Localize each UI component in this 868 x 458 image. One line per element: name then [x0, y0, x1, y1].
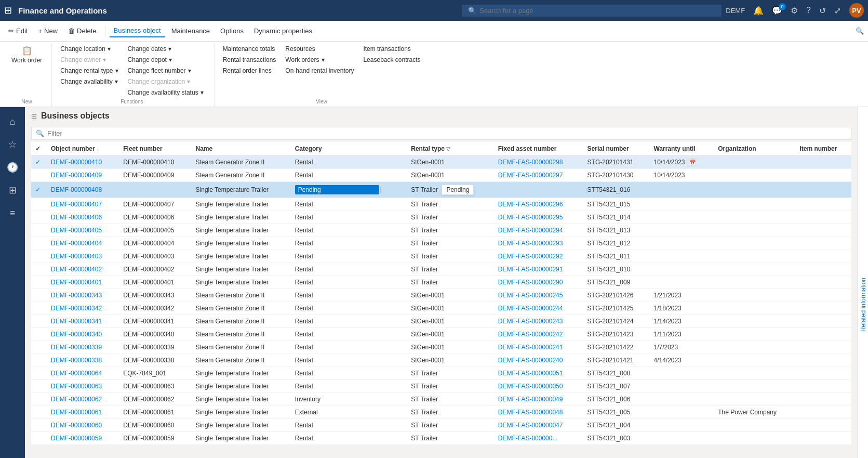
table-row[interactable]: DEMF-000000060DEMF-000000060Single Tempe… — [31, 419, 851, 432]
col-warranty[interactable]: Warranty until — [649, 142, 714, 156]
sidebar-star-icon[interactable]: ☆ — [2, 134, 23, 155]
object-number-cell[interactable]: DEMF-000000403 — [47, 250, 119, 263]
fixed-asset-cell[interactable]: DEMF-FAS-000000051 — [494, 367, 583, 380]
object-number-cell[interactable]: DEMF-000000062 — [47, 393, 119, 406]
fixed-asset-cell[interactable]: DEMF-FAS-000000293 — [494, 237, 583, 250]
ribbon-leaseback-btn[interactable]: Leaseback contracts — [359, 55, 424, 65]
row-check-cell[interactable] — [31, 328, 47, 341]
object-number-cell[interactable]: DEMF-000000342 — [47, 302, 119, 315]
object-number-cell[interactable]: DEMF-000000063 — [47, 380, 119, 393]
related-info-label[interactable]: Related information — [859, 273, 868, 336]
table-row[interactable]: ✓DEMF-000000410DEMF-000000410Steam Gener… — [31, 156, 851, 169]
fixed-asset-cell[interactable]: DEMF-FAS-000000049 — [494, 393, 583, 406]
object-number-cell[interactable]: DEMF-000000404 — [47, 237, 119, 250]
fixed-asset-cell[interactable]: DEMF-FAS-000000292 — [494, 250, 583, 263]
table-row[interactable]: DEMF-000000340DEMF-000000340Steam Genera… — [31, 328, 851, 341]
ribbon-work-order-btn[interactable]: 📋 Work order — [8, 44, 45, 66]
ribbon-rental-order-lines-btn[interactable]: Rental order lines — [219, 66, 281, 76]
col-organization[interactable]: Organization — [714, 142, 795, 156]
table-row[interactable]: DEMF-000000338DEMF-000000338Steam Genera… — [31, 354, 851, 367]
fixed-asset-cell[interactable]: DEMF-FAS-000000297 — [494, 169, 583, 182]
help-icon[interactable]: ? — [806, 6, 811, 15]
col-item-number[interactable]: Item number — [795, 142, 851, 156]
fixed-asset-cell[interactable]: DEMF-FAS-000000290 — [494, 276, 583, 289]
fixed-asset-cell[interactable]: DEMF-FAS-000000241 — [494, 341, 583, 354]
fixed-asset-cell[interactable]: DEMF-FAS-000000050 — [494, 380, 583, 393]
row-check-cell[interactable] — [31, 302, 47, 315]
col-serial-number[interactable]: Serial number — [583, 142, 650, 156]
bo-filter-icon[interactable]: ⊞ — [31, 112, 37, 120]
table-row[interactable]: DEMF-000000062DEMF-000000062Single Tempe… — [31, 393, 851, 406]
fixed-asset-cell[interactable]: DEMF-FAS-000000294 — [494, 224, 583, 237]
fixed-asset-cell[interactable]: DEMF-FAS-000000047 — [494, 419, 583, 432]
row-check-cell[interactable] — [31, 169, 47, 182]
refresh-icon[interactable]: ↺ — [819, 6, 826, 16]
object-number-cell[interactable]: DEMF-000000064 — [47, 367, 119, 380]
object-number-cell[interactable]: DEMF-000000401 — [47, 276, 119, 289]
ribbon-maintenance-totals-btn[interactable]: Maintenance totals — [219, 44, 281, 54]
toolbar-search-icon[interactable]: 🔍 — [856, 27, 864, 35]
table-row[interactable]: DEMF-000000064EQK-7849_001Single Tempera… — [31, 367, 851, 380]
table-row[interactable]: DEMF-000000407DEMF-000000407Single Tempe… — [31, 198, 851, 211]
fixed-asset-cell[interactable]: DEMF-FAS-000000048 — [494, 406, 583, 419]
ribbon-onhand-rental-btn[interactable]: On-hand rental inventory — [281, 66, 358, 76]
filter-input-wrap[interactable]: 🔍 — [31, 127, 851, 140]
delete-button[interactable]: 🗑 Delete — [64, 25, 101, 37]
row-check-cell[interactable] — [31, 224, 47, 237]
object-number-cell[interactable]: DEMF-000000340 — [47, 328, 119, 341]
fixed-asset-cell[interactable]: DEMF-FAS-000000245 — [494, 289, 583, 302]
table-row[interactable]: DEMF-000000341DEMF-000000341Steam Genera… — [31, 315, 851, 328]
apps-icon[interactable]: ⊞ — [4, 5, 12, 16]
row-check-cell[interactable] — [31, 367, 47, 380]
row-check-cell[interactable] — [31, 432, 47, 445]
sidebar-recent-icon[interactable]: 🕐 — [2, 157, 23, 178]
category-cell[interactable]: | — [291, 182, 407, 198]
messages-icon-wrap[interactable]: 💬 0 — [772, 6, 782, 16]
table-row[interactable]: DEMF-000000409DEMF-000000409Steam Genera… — [31, 169, 851, 182]
settings-icon[interactable]: ⚙ — [791, 6, 798, 16]
object-number-cell[interactable]: DEMF-000000409 — [47, 169, 119, 182]
ribbon-change-fleet-btn[interactable]: Change fleet number ▾ — [124, 66, 208, 76]
object-number-cell[interactable]: DEMF-000000338 — [47, 354, 119, 367]
object-number-cell[interactable]: DEMF-000000060 — [47, 419, 119, 432]
object-number-cell[interactable]: DEMF-000000408 — [47, 182, 119, 198]
table-row[interactable]: DEMF-000000339DEMF-000000339Steam Genera… — [31, 341, 851, 354]
object-number-cell[interactable]: DEMF-000000410 — [47, 156, 119, 169]
row-check-cell[interactable] — [31, 406, 47, 419]
row-check-cell[interactable] — [31, 315, 47, 328]
fixed-asset-cell[interactable]: DEMF-FAS-000000242 — [494, 328, 583, 341]
fixed-asset-cell[interactable]: DEMF-FAS-000000... — [494, 432, 583, 445]
col-category[interactable]: Category — [291, 142, 407, 156]
col-fixed-asset[interactable]: Fixed asset number — [494, 142, 583, 156]
object-number-cell[interactable]: DEMF-000000406 — [47, 211, 119, 224]
fixed-asset-cell[interactable]: DEMF-FAS-000000291 — [494, 263, 583, 276]
maintenance-tab[interactable]: Maintenance — [167, 25, 214, 37]
sidebar-home-icon[interactable]: ⌂ — [2, 111, 23, 132]
table-row[interactable]: DEMF-000000061DEMF-000000061Single Tempe… — [31, 406, 851, 419]
ribbon-change-availability-btn[interactable]: Change availability ▾ — [56, 76, 122, 87]
fixed-asset-cell[interactable]: DEMF-FAS-000000296 — [494, 198, 583, 211]
pending-input[interactable] — [295, 185, 379, 194]
fixed-asset-cell[interactable]: DEMF-FAS-000000295 — [494, 211, 583, 224]
row-check-cell[interactable]: ✓ — [31, 182, 47, 198]
dynamic-properties-tab[interactable]: Dynamic properties — [250, 25, 316, 37]
ribbon-change-depot-btn[interactable]: Change depot ▾ — [124, 55, 208, 65]
sidebar-list-icon[interactable]: ≡ — [2, 203, 23, 224]
row-check-cell[interactable] — [31, 354, 47, 367]
col-object-number[interactable]: Object number ↓ — [47, 142, 119, 156]
ribbon-change-rental-type-btn[interactable]: Change rental type ▾ — [56, 66, 122, 76]
object-number-cell[interactable]: DEMF-000000343 — [47, 289, 119, 302]
row-check-cell[interactable] — [31, 263, 47, 276]
col-fleet-number[interactable]: Fleet number — [119, 142, 191, 156]
pending-cell[interactable]: | — [295, 185, 403, 194]
notification-icon[interactable]: 🔔 — [753, 6, 764, 16]
fixed-asset-cell[interactable]: DEMF-FAS-000000244 — [494, 302, 583, 315]
object-number-cell[interactable]: DEMF-000000061 — [47, 406, 119, 419]
object-number-cell[interactable]: DEMF-000000405 — [47, 224, 119, 237]
table-row[interactable]: DEMF-000000059DEMF-000000059Single Tempe… — [31, 432, 851, 445]
ribbon-change-avail-status-btn[interactable]: Change availability status ▾ — [124, 87, 208, 98]
row-check-cell[interactable]: ✓ — [31, 156, 47, 169]
ribbon-change-owner-btn[interactable]: Change owner ▾ — [56, 55, 122, 65]
table-row[interactable]: ✓DEMF-000000408Single Temperature Traile… — [31, 182, 851, 198]
row-check-cell[interactable] — [31, 380, 47, 393]
